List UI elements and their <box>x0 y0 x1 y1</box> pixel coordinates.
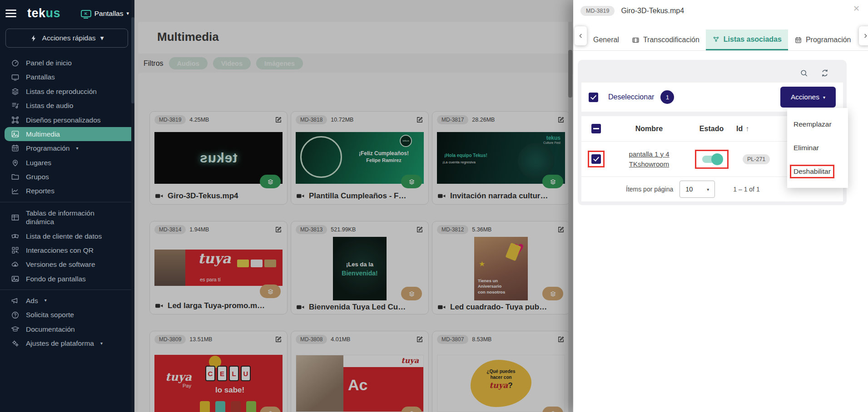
thumb-art: tekus <box>400 135 412 147</box>
sidebar-item-disenos-personalizados[interactable]: Diseños personalizados <box>0 113 134 127</box>
media-card-md-3807[interactable]: MD-38078.53MB¿Qué puedeshacer contuya? <box>432 331 570 412</box>
edit-icon[interactable] <box>274 116 283 124</box>
media-card-md-3813[interactable]: MD-3813521.99KB¡Les da laBienvenida!Bien… <box>291 221 429 314</box>
hamburger-menu-icon[interactable] <box>5 10 16 17</box>
thumb-art: C <box>205 366 215 381</box>
context-switcher[interactable]: K Pantallas ▾ <box>81 10 129 18</box>
card-id-badge: MD-3819 <box>154 115 186 124</box>
sidebar-item-panel-de-inicio[interactable]: Panel de inicio <box>0 56 134 70</box>
edit-icon[interactable] <box>557 335 565 343</box>
sidebar-item-listas-de-reproduccion[interactable]: Listas de reproducción <box>0 84 134 98</box>
tab-listas-asociadas[interactable]: Listas asociadas <box>706 29 788 50</box>
sidebar-top-bar: tekus K Pantallas ▾ <box>0 0 134 24</box>
thumb-art: E <box>217 366 227 381</box>
card-file-size: 8.53MB <box>472 336 491 343</box>
sidebar-item-label: Listas de audio <box>26 101 73 110</box>
edit-icon[interactable] <box>274 335 283 343</box>
filter-chip-audios[interactable]: Audios <box>169 57 208 69</box>
menu-item-deshabilitar[interactable]: Deshabilitar <box>787 160 848 183</box>
sidebar-item-label: Lista de cliente de datos <box>26 232 102 240</box>
actions-label: Acciones <box>791 93 819 101</box>
main-scrollbar[interactable] <box>568 22 572 412</box>
thumbnail: ¡Les da laBienvenida! <box>333 237 387 300</box>
card-file-size: 1.94MB <box>189 226 209 233</box>
media-card-md-3812[interactable]: MD-38125.36MB♥★Tienes unAniversariocon n… <box>432 221 570 314</box>
media-card-md-3819[interactable]: MD-38194.25MBtekusGiro-3D-Tekus.mp4 <box>149 111 288 205</box>
chevron-down-icon: ▾ <box>100 341 103 347</box>
estado-toggle[interactable] <box>702 156 721 163</box>
sidebar-scrollbar[interactable] <box>131 0 134 412</box>
sidebar-item-documentacion[interactable]: Documentación <box>0 322 134 336</box>
quick-actions-button[interactable]: Acciones rápidas ▾ <box>5 29 128 48</box>
media-card-md-3808[interactable]: MD-38084.01MBtuyaAc <box>291 331 429 412</box>
sidebar-item-listas-de-audio[interactable]: Listas de audio <box>0 98 134 113</box>
actions-button[interactable]: Acciones ▾ <box>780 87 836 108</box>
thumbnail: tuyaPayCELUlo sabe! <box>154 355 283 412</box>
tabs-scroll-left-button[interactable] <box>575 26 587 45</box>
card-thumbnail-area: tekusCulture Fest¡Hola equipo Tekus!¡La … <box>437 127 565 188</box>
edit-icon[interactable] <box>416 116 424 124</box>
sidebar-scrollbar-thumb[interactable] <box>131 17 134 103</box>
header-checkbox-indeterminate[interactable] <box>591 124 601 133</box>
search-icon[interactable] <box>799 69 808 78</box>
audio-list-icon <box>11 101 20 110</box>
sidebar-item-lugares[interactable]: Lugares <box>0 156 134 170</box>
sidebar-item-ajustes-de-plataforma[interactable]: Ajustes de plataforma▾ <box>0 336 134 350</box>
filter-chip-imagenes[interactable]: Imágenes <box>256 57 303 69</box>
tab-transcodificacion[interactable]: Transcodificación <box>625 29 706 50</box>
edit-icon[interactable] <box>557 226 565 234</box>
sidebar-item-solicita-soporte[interactable]: Solicita soporte <box>0 308 134 322</box>
main-scrollbar-thumb[interactable] <box>568 50 572 98</box>
select-all-checkbox[interactable] <box>589 93 598 102</box>
sidebar-item-reportes[interactable]: Reportes <box>0 184 134 198</box>
menu-item-reemplazar[interactable]: Reemplazar <box>787 113 848 136</box>
tabs-scroll-right-button[interactable] <box>859 26 868 45</box>
thumb-art <box>154 250 185 286</box>
media-card-md-3814[interactable]: MD-38141.94MBtuyaes para tíLed larga Tuy… <box>149 221 288 314</box>
playlist-link[interactable]: pantalla 1 y 4TKshowroom <box>629 149 669 169</box>
sidebar-item-fondo-de-pantallas[interactable]: Fondo de pantallas <box>0 272 134 286</box>
sidebar-item-tablas-de-informacion-dinamica[interactable]: Tablas de información dinámica <box>0 206 134 229</box>
videocam-icon <box>296 304 305 310</box>
media-card-md-3817[interactable]: MD-381728.26MBtekusCulture Fest¡Hola equ… <box>432 111 570 205</box>
card-thumbnail-area: tekus <box>154 127 283 188</box>
sidebar-item-programacion[interactable]: Programación▾ <box>0 141 134 155</box>
sidebar-item-lista-de-cliente-de-datos[interactable]: Lista de cliente de datos <box>0 229 134 243</box>
card-filename: Giro-3D-Tekus.mp4 <box>168 191 238 201</box>
playlist-layers-badge <box>542 175 563 188</box>
row-checkbox[interactable] <box>591 154 601 164</box>
sidebar-item-label: Programación <box>26 144 70 152</box>
selected-count-badge: 1 <box>660 90 674 104</box>
edit-icon[interactable] <box>416 226 424 234</box>
calendar-icon <box>794 36 802 44</box>
filter-chip-videos[interactable]: Videos <box>213 57 251 69</box>
videocam-icon <box>154 301 164 310</box>
menu-item-eliminar[interactable]: Eliminar <box>787 136 848 160</box>
sidebar-item-versiones-de-software[interactable]: Versiones de software <box>0 257 134 271</box>
column-header-nombre: Nombre <box>610 125 688 133</box>
page-size-select[interactable]: 10 ▾ <box>680 181 715 198</box>
card-filename: Invitación narrada cultur… <box>450 191 548 201</box>
media-card-md-3818[interactable]: MD-381810.72MBtekus¡Feliz Cumpleaños!Fel… <box>291 111 429 205</box>
sidebar-item-multimedia[interactable]: Multimedia <box>5 127 134 141</box>
edit-icon[interactable] <box>274 226 283 234</box>
media-card-md-3809[interactable]: MD-380913.51MBtuyaPayCELUlo sabe! <box>149 331 288 412</box>
tab-general[interactable]: General <box>587 29 625 50</box>
context-label: Pantallas <box>94 10 124 18</box>
thumb-art: lo sabe! <box>215 386 244 395</box>
sidebar-item-interacciones-con-qr[interactable]: Interacciones con QR <box>0 243 134 257</box>
sidebar-item-grupos[interactable]: Grupos <box>0 170 134 184</box>
refresh-icon[interactable] <box>820 69 829 78</box>
card-id-badge: MD-3807 <box>437 335 468 344</box>
sidebar-item-pantallas[interactable]: Pantallas <box>0 70 134 84</box>
sidebar-item-ads[interactable]: Ads▾ <box>0 294 134 308</box>
tab-label: Programación <box>806 36 851 44</box>
edit-icon[interactable] <box>416 335 424 343</box>
close-icon[interactable]: ✕ <box>853 4 860 14</box>
edit-icon[interactable] <box>557 116 565 124</box>
tab-programacion[interactable]: Programación <box>788 29 858 50</box>
thumb-art <box>296 355 343 412</box>
playlist-layers-badge <box>542 407 563 412</box>
selection-toolbar: Deseleccionar 1 Acciones ▾ <box>581 83 843 112</box>
thumb-art: tekus <box>199 150 237 166</box>
